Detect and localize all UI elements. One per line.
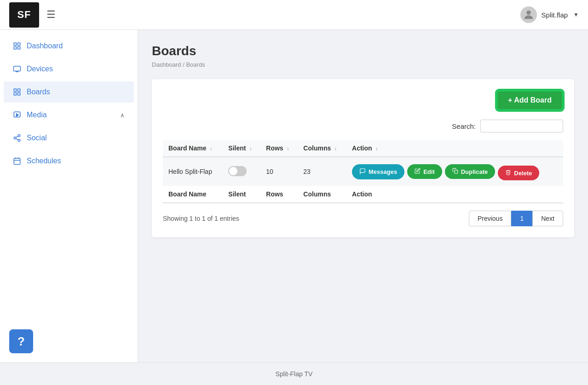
cell-rows: 10 <box>260 157 298 186</box>
hamburger-menu[interactable]: ☰ <box>46 9 56 21</box>
svg-rect-5 <box>14 66 21 71</box>
media-icon <box>13 111 21 119</box>
svg-point-16 <box>18 139 20 142</box>
svg-point-14 <box>18 135 20 137</box>
boards-card: + Add Board Search: Board Name ↕ <box>152 79 574 237</box>
svg-rect-9 <box>18 89 20 91</box>
breadcrumb-home[interactable]: Dashboard <box>152 61 181 68</box>
cell-columns: 23 <box>298 157 346 186</box>
svg-line-17 <box>16 138 18 140</box>
search-input[interactable] <box>480 120 563 132</box>
sidebar-item-media[interactable]: Media ∧ <box>4 104 134 126</box>
search-label: Search: <box>452 122 476 130</box>
schedules-icon <box>13 157 21 165</box>
chevron-up-icon: ∧ <box>120 112 125 119</box>
help-button[interactable]: ? <box>9 329 33 353</box>
breadcrumb-current: Boards <box>186 61 205 68</box>
cell-board-name: Hello Split-Flap <box>163 157 223 186</box>
col-rows[interactable]: Rows ↕ <box>260 140 298 157</box>
top-navigation: SF ☰ Split.flap ▼ <box>0 0 588 30</box>
logo-text: SF <box>17 9 31 21</box>
pagination: Previous 1 Next <box>469 211 563 226</box>
devices-icon <box>13 65 21 73</box>
card-topbar: + Add Board <box>163 90 563 110</box>
sidebar-item-social-label: Social <box>27 134 125 142</box>
main-layout: Dashboard Devices Boards Media ∧ Socia <box>0 30 588 362</box>
avatar <box>520 6 537 23</box>
sidebar-item-media-label: Media <box>27 111 115 119</box>
table-header: Board Name ↕ Silent ↕ Rows ↕ Columns <box>163 140 563 157</box>
svg-rect-10 <box>14 93 16 95</box>
col-columns[interactable]: Columns ↕ <box>298 140 346 157</box>
user-dropdown-arrow[interactable]: ▼ <box>573 11 579 18</box>
sort-icon-columns: ↕ <box>334 146 337 151</box>
col-board-name[interactable]: Board Name ↕ <box>163 140 223 157</box>
svg-line-18 <box>16 136 18 138</box>
sidebar-item-devices[interactable]: Devices <box>4 58 134 80</box>
svg-point-0 <box>526 11 530 15</box>
messages-button[interactable]: Messages <box>352 164 404 179</box>
sidebar-item-dashboard-label: Dashboard <box>27 42 125 50</box>
sidebar-item-devices-label: Devices <box>27 65 125 73</box>
sort-icon-silent: ↕ <box>249 146 252 151</box>
boards-icon <box>13 88 21 96</box>
sidebar-item-dashboard[interactable]: Dashboard <box>4 35 134 57</box>
previous-button[interactable]: Previous <box>469 211 511 226</box>
footer-col-action: Action <box>346 186 563 203</box>
breadcrumb: Dashboard / Boards <box>152 61 574 68</box>
edit-button[interactable]: Edit <box>407 164 442 179</box>
page-title: Boards <box>152 44 574 58</box>
messages-icon <box>359 168 366 176</box>
svg-rect-2 <box>18 43 20 45</box>
next-button[interactable]: Next <box>532 211 563 226</box>
nav-right: Split.flap ▼ <box>520 6 579 23</box>
table-row: Hello Split-Flap 10 23 <box>163 157 563 186</box>
footer-col-board-name: Board Name <box>163 186 223 203</box>
app-logo: SF <box>9 2 39 28</box>
sidebar-item-schedules-label: Schedules <box>27 157 125 165</box>
silent-toggle[interactable] <box>228 166 247 176</box>
sidebar-bottom: ? <box>0 320 138 362</box>
footer-col-silent: Silent <box>223 186 260 203</box>
sidebar-item-boards-label: Boards <box>27 88 125 96</box>
col-silent[interactable]: Silent ↕ <box>223 140 260 157</box>
sort-icon-action: ↕ <box>375 146 378 151</box>
search-bar: Search: <box>163 120 563 132</box>
cell-actions: Messages Edit <box>346 157 563 186</box>
sidebar-item-schedules[interactable]: Schedules <box>4 150 134 172</box>
showing-text: Showing 1 to 1 of 1 entries <box>163 215 239 222</box>
col-action: Action ↕ <box>346 140 563 157</box>
page-footer: Split-Flap TV <box>0 362 588 385</box>
nav-left: SF ☰ <box>9 2 56 28</box>
table-footer-header: Board Name Silent Rows Columns Action <box>163 186 563 203</box>
delete-button[interactable]: Delete <box>498 166 539 180</box>
table-footer: Showing 1 to 1 of 1 entries Previous 1 N… <box>163 211 563 226</box>
sort-icon-rows: ↕ <box>287 146 289 151</box>
sidebar: Dashboard Devices Boards Media ∧ Socia <box>0 30 138 362</box>
footer-col-rows: Rows <box>260 186 298 203</box>
footer-text: Split-Flap TV <box>276 370 313 378</box>
action-group: Messages Edit <box>352 163 558 180</box>
dashboard-icon <box>13 42 21 50</box>
edit-icon <box>415 168 421 175</box>
svg-rect-3 <box>14 47 16 49</box>
add-board-button[interactable]: + Add Board <box>496 90 563 110</box>
svg-rect-23 <box>455 170 458 173</box>
duplicate-button[interactable]: Duplicate <box>445 164 496 179</box>
sort-icon-board-name: ↕ <box>210 146 212 151</box>
breadcrumb-sep: / <box>181 61 186 68</box>
cell-silent <box>223 157 260 186</box>
delete-icon <box>505 169 511 177</box>
sidebar-item-boards[interactable]: Boards <box>4 81 134 103</box>
footer-col-columns: Columns <box>298 186 346 203</box>
duplicate-icon <box>452 168 458 175</box>
svg-rect-11 <box>18 93 20 95</box>
svg-point-15 <box>14 137 16 139</box>
svg-rect-1 <box>14 43 16 45</box>
main-content: Boards Dashboard / Boards + Add Board Se… <box>138 30 588 362</box>
svg-rect-4 <box>18 47 20 49</box>
svg-rect-19 <box>14 158 20 165</box>
boards-table: Board Name ↕ Silent ↕ Rows ↕ Columns <box>163 140 563 203</box>
page-1-button[interactable]: 1 <box>511 211 532 226</box>
sidebar-item-social[interactable]: Social <box>4 127 134 149</box>
